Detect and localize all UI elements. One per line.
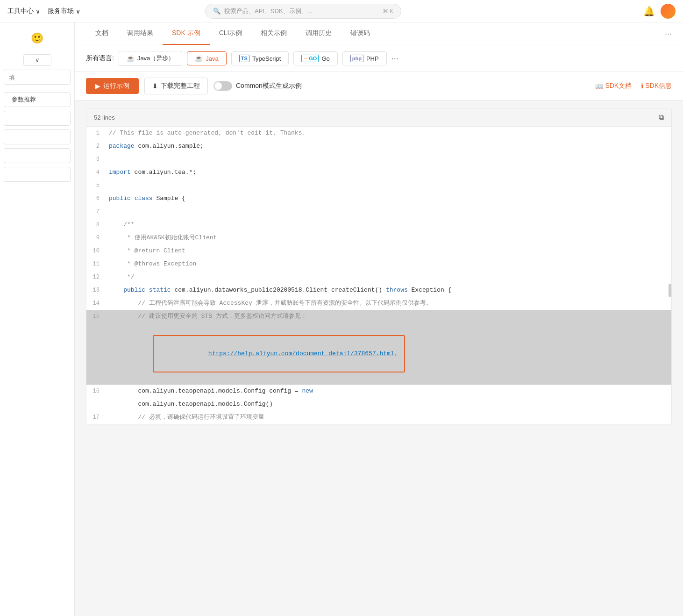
code-line-highlighted: 15 // 建议使用更安全的 STS 方式，更多鉴权访问方式请参见： bbox=[86, 310, 671, 323]
avatar[interactable] bbox=[661, 4, 676, 19]
tabs-more-btn[interactable]: ··· bbox=[665, 29, 672, 39]
code-line: 1 // This file is auto-generated, don't … bbox=[86, 127, 671, 140]
code-line: 9 * 使用AK&SK初始化账号Client bbox=[86, 231, 671, 244]
code-line: 12 */ bbox=[86, 271, 671, 284]
tab-history[interactable]: 调用历史 bbox=[296, 22, 341, 45]
sidebar-input-4[interactable] bbox=[4, 148, 71, 163]
tab-sdk-example[interactable]: SDK 示例 bbox=[163, 22, 210, 45]
code-line: 17 // 必填，请确保代码运行环境设置了环境变量 bbox=[86, 411, 671, 424]
lang-more-btn[interactable]: ··· bbox=[391, 54, 398, 64]
top-nav: 工具中心 ∨ 服务市场 ∨ 🔍 搜索产品、API、SDK、示例、... ⌘ K … bbox=[0, 0, 683, 22]
content-area: 文档 调用结果 SDK 示例 CLI示例 相关示例 调用历史 错误码 ··· 所… bbox=[75, 22, 683, 616]
search-bar[interactable]: 🔍 搜索产品、API、SDK、示例、... ⌘ K bbox=[205, 4, 401, 19]
sdk-doc-link[interactable]: 📖 SDK文档 bbox=[595, 82, 632, 90]
tab-errors[interactable]: 错误码 bbox=[341, 22, 379, 45]
lang-btn-typescript[interactable]: TS TypeScript bbox=[231, 51, 289, 65]
tab-cli[interactable]: CLI示例 bbox=[210, 22, 252, 45]
lang-btn-java[interactable]: ☕ Java bbox=[187, 51, 226, 65]
code-line: com.aliyun.teaopenapi.models.Config() bbox=[86, 398, 671, 411]
code-line: 16 com.aliyun.teaopenapi.models.Config c… bbox=[86, 385, 671, 398]
code-header: 52 lines ⧉ bbox=[86, 108, 671, 127]
run-btn[interactable]: ▶ 运行示例 bbox=[86, 78, 139, 94]
tabs-row: 文档 调用结果 SDK 示例 CLI示例 相关示例 调用历史 错误码 ··· bbox=[75, 22, 683, 45]
code-line-link: https://help.aliyun.com/document_detail/… bbox=[86, 323, 671, 385]
code-line: 3 bbox=[86, 153, 671, 166]
book-icon: 📖 bbox=[595, 82, 603, 90]
code-line: 2 package com.aliyun.sample; bbox=[86, 140, 671, 153]
nav-tools[interactable]: 工具中心 ∨ bbox=[7, 7, 40, 15]
code-line: 5 bbox=[86, 179, 671, 192]
code-editor: 52 lines ⧉ 1 // This file is auto-genera… bbox=[86, 108, 672, 424]
java-icon: ☕ bbox=[127, 55, 135, 62]
sidebar-collapse-btn[interactable]: ∨ bbox=[23, 54, 51, 66]
code-body: 1 // This file is auto-generated, don't … bbox=[86, 127, 671, 424]
code-line: 7 bbox=[86, 205, 671, 218]
sidebar-input-1[interactable] bbox=[4, 70, 71, 85]
java-icon-2: ☕ bbox=[195, 55, 203, 62]
tab-docs[interactable]: 文档 bbox=[86, 22, 118, 45]
lines-count: 52 lines bbox=[94, 114, 115, 121]
download-icon: ⬇ bbox=[152, 82, 158, 90]
sidebar: 🙂 ∨ 参数推荐 bbox=[0, 22, 75, 616]
php-icon: php bbox=[350, 55, 363, 62]
action-links: 📖 SDK文档 ℹ SDK信息 bbox=[595, 82, 672, 90]
code-line: 14 // 工程代码泄露可能会导致 AccessKey 泄露，并威胁账号下所有资… bbox=[86, 297, 671, 310]
download-btn[interactable]: ⬇ 下载完整工程 bbox=[144, 78, 208, 94]
main-layout: 🙂 ∨ 参数推荐 文档 调用结果 SDK 示例 CLI示例 相关示例 调用历史 … bbox=[0, 22, 683, 616]
nav-right: 🔔 bbox=[643, 4, 676, 19]
code-line: 4 import com.aliyun.tea.*; bbox=[86, 166, 671, 179]
chevron-down-icon: ∨ bbox=[36, 7, 40, 15]
lang-btn-go[interactable]: →GO Go bbox=[293, 51, 337, 65]
lang-btn-java-async[interactable]: ☕ Java（异步） bbox=[119, 51, 182, 66]
sidebar-input-5[interactable] bbox=[4, 167, 71, 182]
info-icon: ℹ bbox=[641, 82, 643, 90]
lang-bar: 所有语言: ☕ Java（异步） ☕ Java TS TypeScript →G… bbox=[75, 45, 683, 72]
play-icon: ▶ bbox=[95, 82, 100, 90]
notification-icon[interactable]: 🔔 bbox=[643, 6, 655, 17]
go-icon: →GO bbox=[301, 55, 319, 62]
params-recommend-btn[interactable]: 参数推荐 bbox=[4, 92, 71, 107]
code-line: 6 public class Sample { bbox=[86, 192, 671, 205]
common-mode-toggle[interactable] bbox=[213, 81, 232, 91]
chevron-down-icon: ∨ bbox=[76, 7, 80, 15]
scroll-indicator bbox=[669, 284, 671, 297]
search-icon: 🔍 bbox=[213, 7, 221, 14]
lang-btn-php[interactable]: php PHP bbox=[342, 51, 387, 65]
tab-call-result[interactable]: 调用结果 bbox=[118, 22, 163, 45]
toggle-label: Common模式生成示例 bbox=[236, 82, 302, 90]
sdk-info-link[interactable]: ℹ SDK信息 bbox=[641, 82, 672, 90]
toggle-wrapper: Common模式生成示例 bbox=[213, 81, 302, 91]
code-line: 8 /** bbox=[86, 218, 671, 231]
sidebar-inputs: 参数推荐 bbox=[0, 70, 74, 182]
code-line: 13 public static com.aliyun.dataworks_pu… bbox=[86, 284, 671, 297]
copy-btn[interactable]: ⧉ bbox=[659, 113, 664, 122]
lang-label: 所有语言: bbox=[86, 54, 114, 63]
typescript-icon: TS bbox=[239, 55, 249, 62]
action-bar: ▶ 运行示例 ⬇ 下载完整工程 Common模式生成示例 📖 SDK文档 ℹ S… bbox=[75, 72, 683, 100]
sidebar-input-3[interactable] bbox=[4, 129, 71, 144]
sidebar-user-icon[interactable]: 🙂 bbox=[29, 30, 46, 47]
aliyun-help-link[interactable]: https://help.aliyun.com/document_detail/… bbox=[208, 350, 394, 357]
code-line: 11 * @throws Exception bbox=[86, 258, 671, 271]
sidebar-input-2[interactable] bbox=[4, 111, 71, 126]
tab-related[interactable]: 相关示例 bbox=[251, 22, 296, 45]
code-line: 10 * @return Client bbox=[86, 244, 671, 258]
nav-market[interactable]: 服务市场 ∨ bbox=[48, 7, 80, 15]
